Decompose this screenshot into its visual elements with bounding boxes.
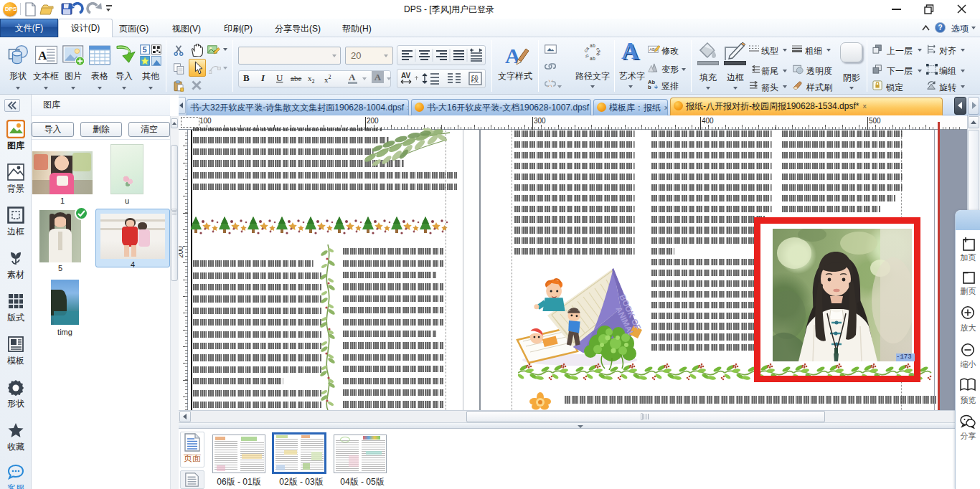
svg-text:A: A [38,49,47,62]
svg-text:AV: AV [401,72,410,80]
svg-text:ab: ab [590,44,595,49]
svg-text:A: A [505,44,521,67]
svg-text:段: 段 [471,75,479,83]
svg-text:5: 5 [143,45,147,54]
svg-text:b: b [648,84,651,90]
svg-text:ab: ab [590,57,595,62]
